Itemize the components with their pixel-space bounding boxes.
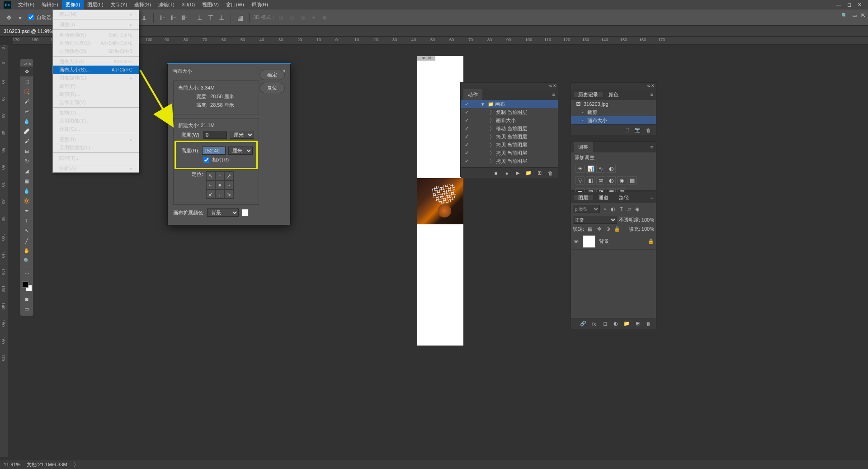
- eyedropper-tool[interactable]: 💧: [20, 116, 33, 126]
- healing-tool[interactable]: 🩹: [20, 126, 33, 136]
- blur-tool[interactable]: 💧: [20, 186, 33, 196]
- auto-align-icon[interactable]: ▦: [236, 13, 245, 22]
- vibrance-icon[interactable]: ▽: [576, 176, 585, 185]
- lock-artboard-icon[interactable]: ⊕: [605, 226, 611, 232]
- layer-row[interactable]: 👁 背景 🔒: [571, 233, 656, 250]
- chevron-right-icon[interactable]: 〉: [74, 461, 79, 468]
- menu-图层(L)[interactable]: 图层(L): [84, 0, 107, 9]
- menu-文件(F)[interactable]: 文件(F): [14, 0, 38, 9]
- visibility-icon[interactable]: 👁: [573, 238, 579, 245]
- lock-all-icon[interactable]: 🔒: [614, 226, 620, 232]
- type-tool[interactable]: T: [20, 216, 33, 226]
- exposure-icon[interactable]: ◐: [607, 165, 616, 173]
- tab-channels[interactable]: 通道: [594, 195, 613, 200]
- align-bottom-icon[interactable]: ⫫: [140, 13, 149, 22]
- brush-tool[interactable]: 🖌: [20, 136, 33, 146]
- menu-帮助(H)[interactable]: 帮助(H): [248, 0, 272, 9]
- group-icon[interactable]: 📁: [623, 321, 630, 327]
- distribute-icon[interactable]: ⊥: [217, 13, 226, 22]
- snapshot-icon[interactable]: ⬚: [623, 127, 630, 133]
- trash-icon[interactable]: 🗑: [645, 321, 651, 327]
- panel-menu-icon[interactable]: ≡: [651, 92, 653, 97]
- auto-select-checkbox[interactable]: [28, 14, 34, 20]
- move-tool[interactable]: ✥: [20, 66, 33, 76]
- link-icon[interactable]: 🔗: [580, 321, 586, 327]
- menu-item[interactable]: 应用图像(Y)...: [53, 117, 139, 125]
- action-row[interactable]: ✓〉移动 当前图层: [461, 124, 558, 133]
- width-unit-select[interactable]: 厘米: [230, 131, 254, 139]
- stamp-tool[interactable]: ⊟: [20, 146, 33, 156]
- menu-item[interactable]: 分析(A)▸: [53, 164, 139, 172]
- adjustment-icon[interactable]: ◐: [613, 321, 619, 327]
- maximize-icon[interactable]: ◻: [847, 2, 851, 8]
- menu-选择(S)[interactable]: 选择(S): [131, 0, 155, 9]
- lock-pixels-icon[interactable]: ▦: [587, 226, 593, 232]
- levels-icon[interactable]: 📊: [586, 165, 595, 173]
- doc-info[interactable]: 文档:21.1M/6.33M: [27, 461, 67, 468]
- pen-tool[interactable]: ✒: [20, 206, 33, 216]
- 3d-icon[interactable]: ■: [320, 13, 329, 22]
- distribute-icon[interactable]: ⊪: [158, 13, 167, 22]
- new-height-input[interactable]: [202, 147, 226, 155]
- distribute-icon[interactable]: ⊥: [195, 13, 204, 22]
- edit-toolbar[interactable]: ⋯: [20, 269, 33, 279]
- mask-icon[interactable]: ◻: [602, 321, 608, 327]
- distribute-icon[interactable]: ⊩: [169, 13, 178, 22]
- panel-menu-icon[interactable]: ≡: [651, 144, 653, 150]
- tab-adjustments[interactable]: 调整: [574, 142, 593, 152]
- eraser-tool[interactable]: ◢: [20, 166, 33, 176]
- hand-tool[interactable]: ✋: [20, 246, 33, 256]
- screen-mode[interactable]: ▭: [20, 304, 33, 314]
- balance-icon[interactable]: ⚖: [596, 176, 605, 185]
- camera-icon[interactable]: 📷: [634, 127, 641, 133]
- mixer-icon[interactable]: ▦: [627, 176, 637, 185]
- menu-item[interactable]: 计算(C)...: [53, 125, 139, 133]
- history-doc[interactable]: 🖼 316203.jpg: [571, 100, 656, 108]
- new-icon[interactable]: ⊞: [536, 170, 542, 176]
- filter-smart-icon[interactable]: ◉: [634, 206, 641, 212]
- close-icon[interactable]: ✕: [858, 2, 862, 8]
- dodge-tool[interactable]: 🔆: [20, 196, 33, 206]
- 3d-icon[interactable]: ⊛: [298, 13, 307, 22]
- anchor-grid[interactable]: ↖↑↗ ←●→ ↙↓↘: [206, 171, 234, 199]
- quick-mask[interactable]: ◙: [20, 294, 33, 304]
- lasso-tool[interactable]: 📿: [20, 86, 33, 96]
- trash-icon[interactable]: 🗑: [547, 170, 553, 176]
- distribute-icon[interactable]: ⊪: [180, 13, 189, 22]
- menu-item[interactable]: 复制(D)...: [53, 109, 139, 117]
- zoom-level[interactable]: 11.91%: [4, 462, 20, 467]
- action-row[interactable]: ✓〉拷贝 当前图层: [461, 149, 558, 157]
- share-icon[interactable]: ⇱: [861, 13, 865, 19]
- menu-item[interactable]: 画布大小(S)...Alt+Ctrl+C: [53, 66, 139, 74]
- stop-icon[interactable]: ■: [493, 170, 499, 176]
- hue-icon[interactable]: ◧: [586, 176, 595, 185]
- menu-窗口(W)[interactable]: 窗口(W): [222, 0, 248, 9]
- tab-paths[interactable]: 路径: [614, 195, 633, 200]
- color-swatch[interactable]: [22, 281, 32, 291]
- menu-item[interactable]: 自动对比度(U)Alt+Shift+Ctrl+L: [53, 39, 139, 47]
- new-layer-icon[interactable]: ⊞: [634, 321, 641, 327]
- menu-item[interactable]: 裁剪(P): [53, 82, 139, 90]
- filter-type-icon[interactable]: T: [618, 206, 624, 212]
- filter-image-icon[interactable]: ▫: [602, 206, 608, 212]
- menu-item[interactable]: 自动色调(N)Shift+Ctrl+L: [53, 31, 139, 39]
- history-brush-tool[interactable]: ↻: [20, 156, 33, 166]
- photo-filter-icon[interactable]: ◉: [617, 176, 626, 185]
- tab-layers[interactable]: 图层: [574, 195, 593, 200]
- action-row[interactable]: ✓〉复制 当前图层: [461, 108, 558, 116]
- menu-视图(V)[interactable]: 视图(V): [198, 0, 222, 9]
- search-icon[interactable]: 🔍: [841, 13, 848, 19]
- tab-actions[interactable]: 动作: [463, 89, 482, 100]
- menu-item[interactable]: 图像大小(I)...Alt+Ctrl+I: [53, 57, 139, 66]
- action-row[interactable]: ✓〉拷贝 当前图层: [461, 133, 558, 141]
- history-row[interactable]: ▫画布大小: [571, 116, 656, 124]
- action-row[interactable]: ✓〉画布大小: [461, 116, 558, 124]
- folder-icon[interactable]: 📁: [525, 170, 532, 176]
- panel-menu-icon[interactable]: ≡: [651, 195, 653, 200]
- reset-button[interactable]: 复位: [259, 83, 285, 93]
- marquee-tool[interactable]: ⬚: [20, 76, 33, 86]
- menu-item[interactable]: 模式(M)▸: [53, 10, 139, 18]
- brightness-icon[interactable]: ☀: [576, 165, 585, 173]
- menu-编辑(E)[interactable]: 编辑(E): [38, 0, 62, 9]
- action-row[interactable]: ✓〉拷贝 当前图层: [461, 157, 558, 165]
